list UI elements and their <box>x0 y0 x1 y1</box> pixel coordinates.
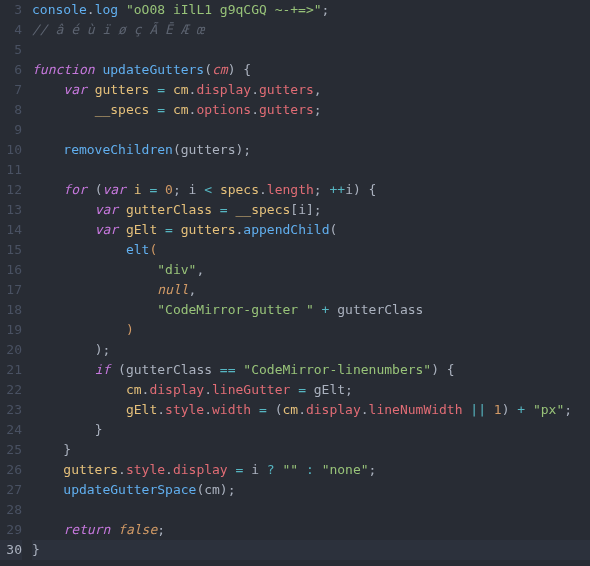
code-line[interactable]: null, <box>32 280 590 300</box>
code-line[interactable]: var gutters = cm.display.gutters, <box>32 80 590 100</box>
code-line[interactable] <box>32 500 590 520</box>
token-id <box>314 462 322 477</box>
token-id: cm <box>204 482 220 497</box>
code-line[interactable]: } <box>32 540 590 560</box>
token-pun: . <box>118 462 126 477</box>
token-fn: elt <box>126 242 149 257</box>
line-number: 7 <box>0 80 22 100</box>
token-id <box>118 2 126 17</box>
code-line[interactable]: } <box>32 420 590 440</box>
token-id <box>32 442 63 457</box>
token-id: gElt <box>306 382 345 397</box>
token-id <box>228 462 236 477</box>
token-prop: display <box>149 382 204 397</box>
code-line[interactable]: } <box>32 440 590 460</box>
token-pun: . <box>361 402 369 417</box>
token-pun: ( <box>118 362 126 377</box>
code-line[interactable] <box>32 160 590 180</box>
token-op: == <box>220 362 236 377</box>
line-number: 23 <box>0 400 22 420</box>
code-line[interactable]: removeChildren(gutters); <box>32 140 590 160</box>
token-id <box>212 202 220 217</box>
code-line[interactable]: cm.display.lineGutter = gElt; <box>32 380 590 400</box>
code-area[interactable]: console.log "oO08 iIlL1 g9qCGQ ~-+=>";//… <box>32 0 590 566</box>
code-line[interactable]: "CodeMirror-gutter " + gutterClass <box>32 300 590 320</box>
code-line[interactable]: ) <box>32 320 590 340</box>
code-line[interactable]: gutters.style.display = i ? "" : "none"; <box>32 460 590 480</box>
token-var: specs <box>220 182 259 197</box>
code-line[interactable]: function updateGutters(cm) { <box>32 60 590 80</box>
code-line[interactable]: "div", <box>32 260 590 280</box>
token-pun: ; <box>228 482 236 497</box>
token-var: __specs <box>236 202 291 217</box>
token-prop: options <box>196 102 251 117</box>
code-line[interactable]: gElt.style.width = (cm.display.lineNumWi… <box>32 400 590 420</box>
code-line[interactable] <box>32 40 590 60</box>
token-pun: ; <box>314 182 322 197</box>
token-op: = <box>220 202 228 217</box>
token-op: ++ <box>329 182 345 197</box>
token-pun: ; <box>314 102 322 117</box>
code-line[interactable]: elt( <box>32 240 590 260</box>
code-editor[interactable]: 3456789101112131415161718192021222324252… <box>0 0 590 566</box>
line-number: 16 <box>0 260 22 280</box>
token-pun: ; <box>322 2 330 17</box>
line-number: 14 <box>0 220 22 240</box>
code-line[interactable]: var gutterClass = __specs[i]; <box>32 200 590 220</box>
code-line[interactable]: return false; <box>32 520 590 540</box>
code-line[interactable]: if (gutterClass == "CodeMirror-linenumbe… <box>32 360 590 380</box>
token-pun: , <box>314 82 322 97</box>
token-id <box>267 402 275 417</box>
token-pun: ) <box>431 362 439 377</box>
token-prop: lineGutter <box>212 382 290 397</box>
code-line[interactable]: ); <box>32 340 590 360</box>
token-cmt: // â é ù ï ø ç Ã Ē Æ œ <box>32 22 204 37</box>
token-prop: display <box>196 82 251 97</box>
token-kw: var <box>95 222 118 237</box>
code-line[interactable]: console.log "oO08 iIlL1 g9qCGQ ~-+=>"; <box>32 0 590 20</box>
token-id <box>32 522 63 537</box>
code-line[interactable] <box>32 120 590 140</box>
token-id <box>314 302 322 317</box>
code-line[interactable]: for (var i = 0; i < specs.length; ++i) { <box>32 180 590 200</box>
token-bool: false <box>118 522 157 537</box>
token-id <box>290 382 298 397</box>
line-number: 24 <box>0 420 22 440</box>
line-number: 5 <box>0 40 22 60</box>
token-pun: , <box>189 282 197 297</box>
token-id <box>361 182 369 197</box>
token-pun: ; <box>345 382 353 397</box>
token-id <box>32 282 157 297</box>
token-var: i <box>134 182 142 197</box>
token-fn: updateGutters <box>102 62 204 77</box>
token-op: = <box>298 382 306 397</box>
token-id <box>32 102 95 117</box>
token-pun: . <box>165 462 173 477</box>
token-id: i <box>298 202 306 217</box>
code-line[interactable]: var gElt = gutters.appendChild( <box>32 220 590 240</box>
token-id <box>525 402 533 417</box>
token-kw: var <box>95 202 118 217</box>
token-str: "none" <box>322 462 369 477</box>
code-line[interactable]: __specs = cm.options.gutters; <box>32 100 590 120</box>
token-pun: , <box>196 262 204 277</box>
code-line[interactable]: // â é ù ï ø ç Ã Ē Æ œ <box>32 20 590 40</box>
token-op: = <box>157 102 165 117</box>
line-number: 15 <box>0 240 22 260</box>
token-pun: } <box>32 542 40 557</box>
token-id: i <box>243 462 266 477</box>
token-par: ( <box>149 242 157 257</box>
token-pun: { <box>369 182 377 197</box>
token-pun: . <box>204 402 212 417</box>
token-var: gElt <box>126 222 157 237</box>
token-pun: { <box>243 62 251 77</box>
token-pun: ; <box>369 462 377 477</box>
token-op: = <box>259 402 267 417</box>
token-pun: ; <box>243 142 251 157</box>
code-line[interactable]: updateGutterSpace(cm); <box>32 480 590 500</box>
token-pun: ) <box>353 182 361 197</box>
token-var: cm <box>173 82 189 97</box>
token-pun: . <box>204 382 212 397</box>
token-fn: console <box>32 2 87 17</box>
token-str: "CodeMirror-gutter " <box>157 302 314 317</box>
